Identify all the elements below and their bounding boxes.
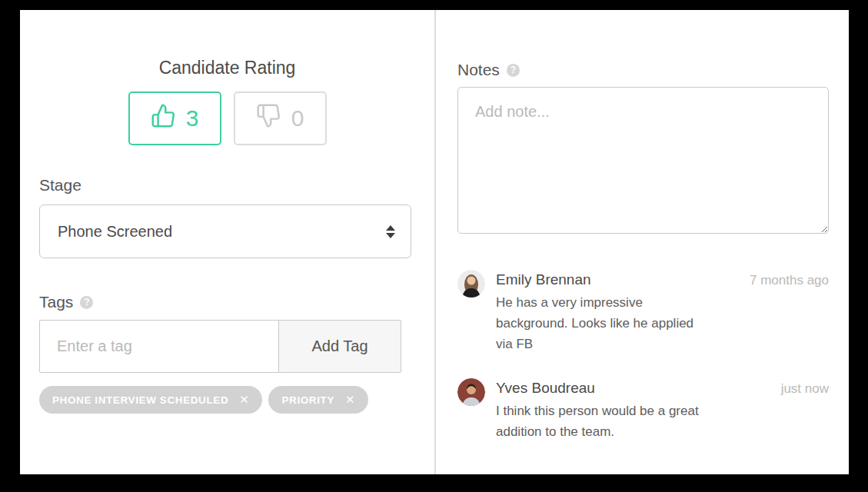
tag-input-row: Add Tag <box>39 320 401 373</box>
notes-help-icon[interactable]: ? <box>507 64 520 77</box>
note-item: Yves Boudreau just now I think this pers… <box>457 378 829 442</box>
rating-buttons: 3 0 <box>39 91 434 145</box>
notes-label: Notes <box>457 61 500 79</box>
tag-input[interactable] <box>39 320 279 373</box>
tag-pill: PHONE INTERVIEW SCHEDULED ✕ <box>39 386 262 414</box>
thumbs-up-button[interactable]: 3 <box>128 91 221 145</box>
tags-label-row: Tags ? <box>39 293 434 311</box>
tags-label: Tags <box>39 293 73 311</box>
stage-selected-value: Phone Screened <box>58 223 386 241</box>
stage-label: Stage <box>39 176 434 194</box>
tags-help-icon[interactable]: ? <box>80 296 93 309</box>
note-content: Emily Brennan 7 months ago He has a very… <box>496 270 829 354</box>
select-arrows-icon <box>386 225 395 238</box>
remove-tag-icon[interactable]: ✕ <box>239 393 249 407</box>
candidate-rating-title: Candidate Rating <box>39 58 434 78</box>
avatar <box>457 378 485 406</box>
stage-select[interactable]: Phone Screened <box>39 204 411 258</box>
thumbs-up-count: 3 <box>186 105 199 131</box>
note-author: Yves Boudreau <box>496 378 595 398</box>
tag-pill: PRIORITY ✕ <box>268 386 368 414</box>
remove-tag-icon[interactable]: ✕ <box>345 393 355 407</box>
thumbs-down-icon <box>256 103 281 134</box>
avatar <box>457 270 485 298</box>
thumbs-down-count: 0 <box>291 105 304 131</box>
add-note-textarea[interactable] <box>457 87 829 234</box>
note-timestamp: just now <box>781 381 829 397</box>
add-tag-button[interactable]: Add Tag <box>279 320 401 373</box>
tag-pill-label: PRIORITY <box>281 394 334 406</box>
tag-pill-label: PHONE INTERVIEW SCHEDULED <box>52 394 228 406</box>
note-author: Emily Brennan <box>496 270 591 290</box>
note-timestamp: 7 months ago <box>750 273 829 288</box>
note-text: I think this person would be a great add… <box>496 401 711 442</box>
notes-label-row: Notes ? <box>457 61 829 79</box>
note-content: Yves Boudreau just now I think this pers… <box>496 378 829 442</box>
note-item: Emily Brennan 7 months ago He has a very… <box>457 270 829 354</box>
candidate-panel: Candidate Rating 3 0 Stage <box>20 10 849 474</box>
tag-pill-list: PHONE INTERVIEW SCHEDULED ✕ PRIORITY ✕ <box>39 386 434 414</box>
notes-panel: Notes ? Emily Brennan 7 months ago He ha… <box>436 10 849 474</box>
note-text: He has a very impressive background. Loo… <box>496 292 711 354</box>
thumbs-down-button[interactable]: 0 <box>234 91 327 145</box>
thumbs-up-icon <box>151 103 176 134</box>
rating-stage-tags-panel: Candidate Rating 3 0 Stage <box>20 10 434 474</box>
